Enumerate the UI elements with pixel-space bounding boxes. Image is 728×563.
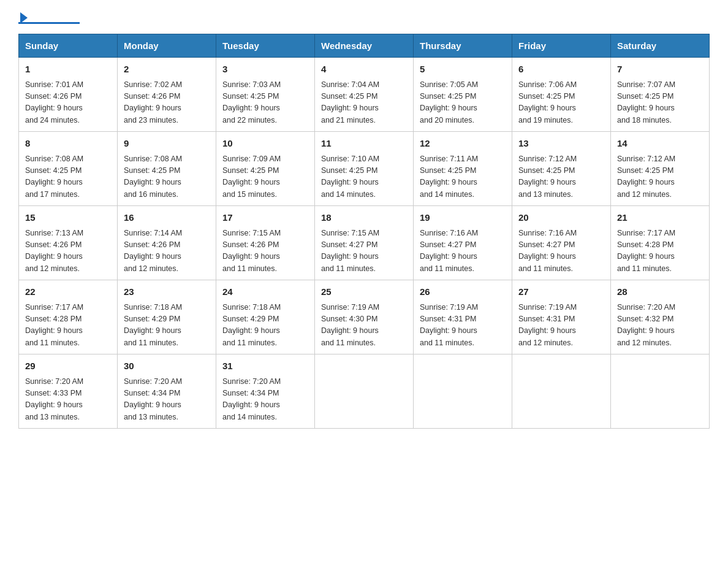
calendar-table: SundayMondayTuesdayWednesdayThursdayFrid… <box>18 34 710 429</box>
day-info: Sunrise: 7:20 AMSunset: 4:34 PMDaylight:… <box>124 376 210 424</box>
day-number: 29 <box>25 359 111 373</box>
calendar-cell: 30Sunrise: 7:20 AMSunset: 4:34 PMDayligh… <box>118 354 216 429</box>
day-number: 27 <box>518 285 604 299</box>
day-number: 18 <box>321 211 407 225</box>
day-number: 4 <box>321 63 407 77</box>
weekday-monday: Monday <box>118 34 216 58</box>
calendar-cell: 20Sunrise: 7:16 AMSunset: 4:27 PMDayligh… <box>512 206 611 280</box>
calendar-cell: 16Sunrise: 7:14 AMSunset: 4:26 PMDayligh… <box>118 206 216 280</box>
calendar-cell <box>512 354 611 429</box>
day-number: 20 <box>518 211 604 225</box>
day-info: Sunrise: 7:07 AMSunset: 4:25 PMDaylight:… <box>617 79 703 127</box>
weekday-thursday: Thursday <box>414 34 512 58</box>
calendar-cell: 9Sunrise: 7:08 AMSunset: 4:25 PMDaylight… <box>118 132 216 206</box>
day-info: Sunrise: 7:13 AMSunset: 4:26 PMDaylight:… <box>25 228 111 275</box>
weekday-wednesday: Wednesday <box>315 34 414 58</box>
day-info: Sunrise: 7:19 AMSunset: 4:31 PMDaylight:… <box>518 302 604 350</box>
calendar-cell: 29Sunrise: 7:20 AMSunset: 4:33 PMDayligh… <box>19 354 118 429</box>
calendar-body: 1Sunrise: 7:01 AMSunset: 4:26 PMDaylight… <box>19 58 710 429</box>
day-number: 3 <box>222 63 308 77</box>
calendar-week-4: 22Sunrise: 7:17 AMSunset: 4:28 PMDayligh… <box>19 280 710 354</box>
day-number: 9 <box>124 137 210 151</box>
calendar-week-3: 15Sunrise: 7:13 AMSunset: 4:26 PMDayligh… <box>19 206 710 280</box>
day-info: Sunrise: 7:15 AMSunset: 4:27 PMDaylight:… <box>321 228 407 275</box>
day-number: 12 <box>420 137 506 151</box>
day-number: 13 <box>518 137 604 151</box>
day-number: 16 <box>124 211 210 225</box>
day-info: Sunrise: 7:18 AMSunset: 4:29 PMDaylight:… <box>124 302 210 350</box>
day-info: Sunrise: 7:20 AMSunset: 4:32 PMDaylight:… <box>617 302 703 350</box>
calendar-cell: 6Sunrise: 7:06 AMSunset: 4:25 PMDaylight… <box>512 58 611 132</box>
weekday-header-row: SundayMondayTuesdayWednesdayThursdayFrid… <box>19 34 710 58</box>
day-number: 24 <box>222 285 308 299</box>
calendar-cell: 23Sunrise: 7:18 AMSunset: 4:29 PMDayligh… <box>118 280 216 354</box>
day-info: Sunrise: 7:16 AMSunset: 4:27 PMDaylight:… <box>518 228 604 275</box>
day-number: 15 <box>25 211 111 225</box>
day-info: Sunrise: 7:04 AMSunset: 4:25 PMDaylight:… <box>321 79 407 127</box>
calendar-cell: 22Sunrise: 7:17 AMSunset: 4:28 PMDayligh… <box>19 280 118 354</box>
calendar-cell: 21Sunrise: 7:17 AMSunset: 4:28 PMDayligh… <box>611 206 710 280</box>
calendar-cell: 13Sunrise: 7:12 AMSunset: 4:25 PMDayligh… <box>512 132 611 206</box>
calendar-cell: 27Sunrise: 7:19 AMSunset: 4:31 PMDayligh… <box>512 280 611 354</box>
day-info: Sunrise: 7:17 AMSunset: 4:28 PMDaylight:… <box>25 302 111 350</box>
day-info: Sunrise: 7:12 AMSunset: 4:25 PMDaylight:… <box>617 153 703 201</box>
calendar-cell: 12Sunrise: 7:11 AMSunset: 4:25 PMDayligh… <box>414 132 512 206</box>
day-number: 21 <box>617 211 703 225</box>
calendar-cell: 25Sunrise: 7:19 AMSunset: 4:30 PMDayligh… <box>315 280 414 354</box>
calendar-cell <box>414 354 512 429</box>
calendar-cell: 8Sunrise: 7:08 AMSunset: 4:25 PMDaylight… <box>19 132 118 206</box>
day-number: 17 <box>222 211 308 225</box>
day-info: Sunrise: 7:11 AMSunset: 4:25 PMDaylight:… <box>420 153 506 201</box>
calendar-cell: 26Sunrise: 7:19 AMSunset: 4:31 PMDayligh… <box>414 280 512 354</box>
calendar-cell: 11Sunrise: 7:10 AMSunset: 4:25 PMDayligh… <box>315 132 414 206</box>
page-header <box>18 12 710 24</box>
day-info: Sunrise: 7:14 AMSunset: 4:26 PMDaylight:… <box>124 228 210 275</box>
day-info: Sunrise: 7:08 AMSunset: 4:25 PMDaylight:… <box>25 153 111 201</box>
calendar-cell: 1Sunrise: 7:01 AMSunset: 4:26 PMDaylight… <box>19 58 118 132</box>
calendar-cell: 31Sunrise: 7:20 AMSunset: 4:34 PMDayligh… <box>216 354 315 429</box>
calendar-week-5: 29Sunrise: 7:20 AMSunset: 4:33 PMDayligh… <box>19 354 710 429</box>
calendar-cell: 19Sunrise: 7:16 AMSunset: 4:27 PMDayligh… <box>414 206 512 280</box>
day-info: Sunrise: 7:10 AMSunset: 4:25 PMDaylight:… <box>321 153 407 201</box>
calendar-cell: 24Sunrise: 7:18 AMSunset: 4:29 PMDayligh… <box>216 280 315 354</box>
day-info: Sunrise: 7:15 AMSunset: 4:26 PMDaylight:… <box>222 228 308 275</box>
calendar-cell: 4Sunrise: 7:04 AMSunset: 4:25 PMDaylight… <box>315 58 414 132</box>
day-info: Sunrise: 7:08 AMSunset: 4:25 PMDaylight:… <box>124 153 210 201</box>
calendar-cell: 3Sunrise: 7:03 AMSunset: 4:25 PMDaylight… <box>216 58 315 132</box>
day-info: Sunrise: 7:01 AMSunset: 4:26 PMDaylight:… <box>25 79 111 127</box>
day-number: 28 <box>617 285 703 299</box>
day-info: Sunrise: 7:02 AMSunset: 4:26 PMDaylight:… <box>124 79 210 127</box>
day-info: Sunrise: 7:19 AMSunset: 4:30 PMDaylight:… <box>321 302 407 350</box>
calendar-cell: 17Sunrise: 7:15 AMSunset: 4:26 PMDayligh… <box>216 206 315 280</box>
day-info: Sunrise: 7:06 AMSunset: 4:25 PMDaylight:… <box>518 79 604 127</box>
weekday-sunday: Sunday <box>19 34 118 58</box>
day-number: 31 <box>222 359 308 373</box>
day-info: Sunrise: 7:20 AMSunset: 4:34 PMDaylight:… <box>222 376 308 424</box>
day-number: 19 <box>420 211 506 225</box>
day-info: Sunrise: 7:19 AMSunset: 4:31 PMDaylight:… <box>420 302 506 350</box>
calendar-cell: 28Sunrise: 7:20 AMSunset: 4:32 PMDayligh… <box>611 280 710 354</box>
day-number: 14 <box>617 137 703 151</box>
day-number: 6 <box>518 63 604 77</box>
calendar-cell: 5Sunrise: 7:05 AMSunset: 4:25 PMDaylight… <box>414 58 512 132</box>
day-number: 26 <box>420 285 506 299</box>
day-number: 7 <box>617 63 703 77</box>
day-info: Sunrise: 7:17 AMSunset: 4:28 PMDaylight:… <box>617 228 703 275</box>
logo <box>18 12 80 24</box>
day-number: 10 <box>222 137 308 151</box>
weekday-tuesday: Tuesday <box>216 34 315 58</box>
day-info: Sunrise: 7:12 AMSunset: 4:25 PMDaylight:… <box>518 153 604 201</box>
calendar-cell: 14Sunrise: 7:12 AMSunset: 4:25 PMDayligh… <box>611 132 710 206</box>
weekday-saturday: Saturday <box>611 34 710 58</box>
calendar-week-2: 8Sunrise: 7:08 AMSunset: 4:25 PMDaylight… <box>19 132 710 206</box>
calendar-cell: 2Sunrise: 7:02 AMSunset: 4:26 PMDaylight… <box>118 58 216 132</box>
logo-underline <box>18 22 80 24</box>
day-number: 30 <box>124 359 210 373</box>
calendar-cell: 15Sunrise: 7:13 AMSunset: 4:26 PMDayligh… <box>19 206 118 280</box>
day-number: 25 <box>321 285 407 299</box>
calendar-week-1: 1Sunrise: 7:01 AMSunset: 4:26 PMDaylight… <box>19 58 710 132</box>
day-info: Sunrise: 7:18 AMSunset: 4:29 PMDaylight:… <box>222 302 308 350</box>
calendar-cell <box>315 354 414 429</box>
day-number: 22 <box>25 285 111 299</box>
day-info: Sunrise: 7:05 AMSunset: 4:25 PMDaylight:… <box>420 79 506 127</box>
